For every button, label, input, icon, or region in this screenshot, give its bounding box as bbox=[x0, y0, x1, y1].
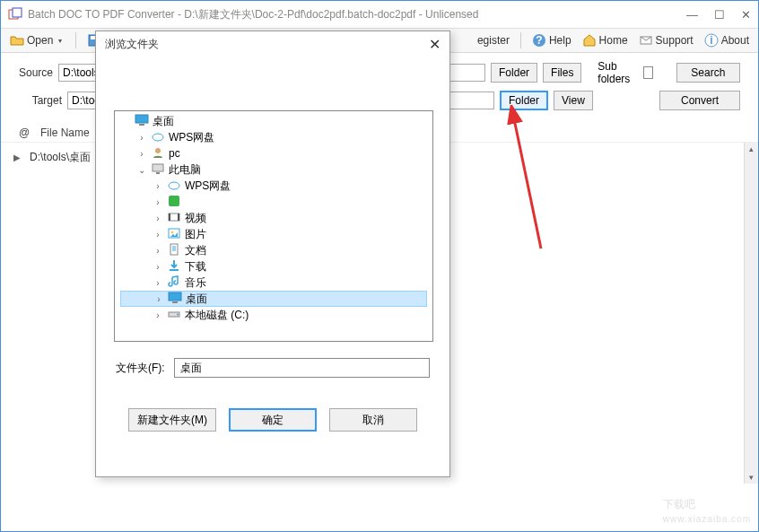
cancel-button[interactable]: 取消 bbox=[329, 408, 417, 432]
svg-point-11 bbox=[153, 134, 163, 141]
svg-rect-9 bbox=[135, 115, 148, 123]
support-label: Support bbox=[656, 34, 694, 47]
dropdown-arrow-icon[interactable]: ▾ bbox=[56, 37, 65, 45]
home-icon bbox=[582, 33, 597, 48]
tree-label: WPS网盘 bbox=[169, 130, 214, 145]
open-label: Open bbox=[27, 34, 53, 47]
svg-point-12 bbox=[155, 148, 161, 153]
svg-rect-10 bbox=[139, 124, 144, 126]
target-label: Target bbox=[19, 94, 62, 107]
svg-text:?: ? bbox=[536, 34, 542, 47]
folder-name-input[interactable] bbox=[174, 358, 430, 378]
tree-node-pictures[interactable]: › 图片 bbox=[120, 226, 427, 242]
register-button[interactable]: egister bbox=[474, 32, 513, 48]
video-icon bbox=[167, 211, 181, 226]
svg-rect-1 bbox=[13, 8, 22, 17]
svg-text:i: i bbox=[710, 34, 712, 47]
expand-icon[interactable]: › bbox=[153, 197, 163, 207]
dialog-close-button[interactable]: ✕ bbox=[429, 36, 441, 53]
watermark: 下载吧 www.xiazaiba.com bbox=[663, 485, 751, 524]
expand-icon[interactable]: › bbox=[153, 181, 163, 191]
expand-icon[interactable]: › bbox=[153, 310, 163, 320]
dialog-title: 浏览文件夹 bbox=[105, 37, 159, 52]
convert-button[interactable]: Convert bbox=[659, 91, 740, 110]
tree-node-music[interactable]: › 音乐 bbox=[120, 275, 427, 291]
tree-node-this-pc[interactable]: ⌄ 此电脑 bbox=[120, 161, 427, 178]
expand-icon[interactable]: › bbox=[153, 246, 163, 256]
tree-node-pc-user[interactable]: › pc bbox=[120, 145, 427, 161]
tree-node-desktop[interactable]: › 桌面 bbox=[120, 291, 427, 307]
target-folder-button[interactable]: Folder bbox=[500, 91, 548, 110]
tree-node-video[interactable]: › 视频 bbox=[120, 210, 427, 226]
expand-icon[interactable]: › bbox=[153, 214, 163, 223]
expand-icon[interactable]: › bbox=[153, 230, 163, 240]
new-folder-button[interactable]: 新建文件夹(M) bbox=[128, 408, 216, 432]
source-label: Source bbox=[19, 66, 53, 79]
open-button[interactable]: Open ▾ bbox=[6, 31, 68, 49]
svg-rect-16 bbox=[169, 196, 179, 206]
tree-node-local-disk-c[interactable]: › 本地磁盘 (C:) bbox=[120, 307, 427, 323]
svg-rect-18 bbox=[169, 214, 170, 221]
expand-arrow-icon[interactable]: ▶ bbox=[13, 153, 21, 162]
tree-label: 下载 bbox=[185, 259, 206, 275]
column-filename[interactable]: File Name bbox=[40, 126, 90, 139]
ok-button[interactable]: 确定 bbox=[229, 408, 317, 432]
home-button[interactable]: Home bbox=[579, 31, 632, 49]
desktop-icon bbox=[168, 292, 182, 307]
browse-folder-dialog: 浏览文件夹 ✕ 桌面 › WPS网盘 › pc bbox=[95, 31, 450, 477]
subfolders-checkbox[interactable] bbox=[643, 66, 653, 79]
expand-icon[interactable]: › bbox=[153, 262, 163, 272]
column-at[interactable]: @ bbox=[19, 126, 31, 139]
tree-label: 音乐 bbox=[185, 275, 206, 291]
tree-label: 此电脑 bbox=[169, 162, 201, 178]
expand-icon[interactable]: › bbox=[136, 133, 147, 143]
svg-point-15 bbox=[169, 182, 179, 189]
folder-open-icon bbox=[10, 33, 24, 48]
collapse-icon[interactable]: ⌄ bbox=[136, 165, 147, 175]
svg-rect-28 bbox=[172, 301, 178, 303]
list-item-path: D:\tools\桌面 bbox=[30, 150, 91, 165]
tree-node-downloads[interactable]: › 下载 bbox=[120, 258, 427, 275]
tree-label: WPS网盘 bbox=[185, 179, 231, 194]
help-label: Help bbox=[549, 34, 571, 47]
about-label: About bbox=[721, 34, 749, 47]
view-button[interactable]: View bbox=[554, 91, 593, 110]
help-icon: ? bbox=[532, 33, 546, 48]
separator bbox=[520, 32, 521, 48]
svg-rect-27 bbox=[169, 292, 181, 301]
watermark-text: 下载吧 bbox=[663, 498, 695, 510]
vertical-scrollbar[interactable]: ▴ ▾ bbox=[744, 143, 758, 484]
info-icon: i bbox=[704, 33, 719, 48]
source-folder-button[interactable]: Folder bbox=[491, 63, 537, 83]
cloud-icon bbox=[151, 130, 165, 145]
expand-icon[interactable]: › bbox=[153, 278, 163, 288]
tree-node-desktop-root[interactable]: 桌面 bbox=[120, 113, 427, 129]
scroll-up-icon[interactable]: ▴ bbox=[745, 144, 758, 153]
expand-icon[interactable]: › bbox=[153, 294, 164, 304]
home-label: Home bbox=[599, 34, 628, 47]
window-title: Batch DOC TO PDF Converter - D:\新建文件夹\Do… bbox=[28, 7, 686, 22]
expand-icon[interactable]: › bbox=[136, 149, 147, 159]
folder-name-label: 文件夹(F): bbox=[116, 361, 165, 376]
scroll-down-icon[interactable]: ▾ bbox=[745, 473, 758, 482]
folder-tree[interactable]: 桌面 › WPS网盘 › pc ⌄ 此电脑 › bbox=[114, 110, 433, 342]
files-button[interactable]: Files bbox=[543, 63, 581, 83]
download-icon bbox=[167, 259, 181, 275]
tree-node-wps[interactable]: › WPS网盘 bbox=[120, 129, 427, 145]
picture-icon bbox=[167, 227, 181, 242]
search-button[interactable]: Search bbox=[676, 63, 740, 83]
help-button[interactable]: ? Help bbox=[528, 31, 575, 49]
about-button[interactable]: i About bbox=[701, 31, 753, 49]
subfolders-label: Sub folders bbox=[598, 60, 638, 85]
support-button[interactable]: Support bbox=[635, 31, 697, 49]
cloud-icon bbox=[167, 179, 181, 194]
app-green-icon bbox=[167, 195, 181, 210]
tree-label: 图片 bbox=[185, 227, 206, 242]
minimize-button[interactable]: — bbox=[686, 8, 698, 22]
maximize-button[interactable]: ☐ bbox=[714, 8, 725, 22]
tree-node-wps-2[interactable]: › WPS网盘 bbox=[120, 178, 427, 194]
close-button[interactable]: ✕ bbox=[741, 8, 751, 22]
svg-rect-19 bbox=[178, 214, 179, 221]
tree-node-green[interactable]: › bbox=[120, 194, 427, 210]
tree-node-documents[interactable]: › 文档 bbox=[120, 242, 427, 258]
